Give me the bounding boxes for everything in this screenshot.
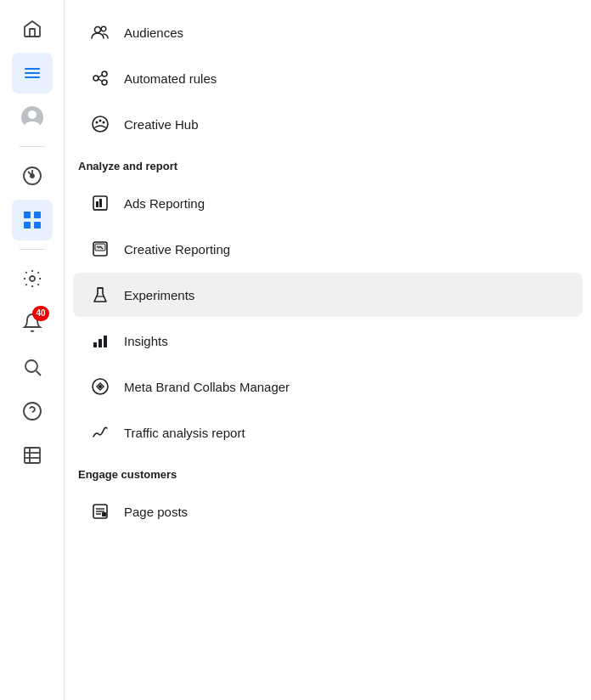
svg-rect-49	[102, 512, 106, 517]
audiences-icon	[87, 19, 114, 46]
divider-2	[20, 249, 45, 250]
creative-hub-label: Creative Hub	[124, 117, 199, 132]
experiments-label: Experiments	[124, 288, 194, 302]
svg-point-23	[102, 71, 107, 76]
icon-bar: 40	[0, 0, 65, 700]
svg-point-20	[95, 27, 101, 33]
traffic-analysis-icon	[87, 419, 114, 446]
svg-point-7	[31, 174, 34, 178]
svg-rect-32	[96, 201, 98, 207]
menu-icon-button[interactable]	[12, 53, 53, 93]
svg-rect-9	[34, 212, 41, 218]
svg-point-15	[24, 403, 41, 420]
ads-reporting-label: Ads Reporting	[124, 196, 205, 211]
svg-line-14	[36, 371, 41, 376]
svg-point-37	[97, 246, 98, 248]
svg-point-21	[101, 26, 106, 31]
meta-brand-label: Meta Brand Collabs Manager	[124, 380, 290, 394]
svg-rect-10	[24, 222, 31, 229]
svg-point-28	[96, 121, 98, 124]
divider-1	[20, 146, 45, 147]
analyze-report-header: Analyze and report	[65, 148, 591, 179]
automated-rules-icon	[87, 65, 114, 92]
creative-reporting-label: Creative Reporting	[124, 242, 230, 257]
svg-rect-33	[99, 199, 102, 207]
menu-item-page-posts[interactable]: Page posts	[73, 489, 583, 533]
creative-hub-icon	[87, 110, 114, 138]
svg-point-12	[30, 276, 35, 281]
engage-customers-header: Engage customers	[65, 456, 591, 488]
svg-rect-8	[24, 212, 31, 218]
svg-rect-40	[93, 342, 97, 347]
audiences-label: Audiences	[124, 25, 183, 40]
settings-icon-button[interactable]	[12, 258, 53, 299]
svg-line-26	[98, 79, 102, 82]
menu-panel: Audiences Automated rules Creative Hub	[65, 0, 591, 700]
insights-icon	[87, 327, 114, 354]
page-posts-label: Page posts	[124, 505, 188, 519]
menu-item-insights[interactable]: Insights	[73, 319, 583, 363]
svg-rect-11	[34, 222, 41, 229]
menu-item-creative-reporting[interactable]: Creative Reporting	[73, 227, 583, 271]
svg-point-4	[28, 110, 37, 119]
svg-point-30	[103, 121, 105, 124]
svg-point-24	[102, 80, 107, 85]
menu-item-traffic-analysis[interactable]: Traffic analysis report	[73, 410, 583, 454]
svg-point-27	[93, 116, 108, 132]
grid-icon-button[interactable]	[12, 200, 53, 240]
menu-item-meta-brand[interactable]: Meta Brand Collabs Manager	[73, 364, 583, 409]
ads-reporting-icon	[87, 189, 114, 217]
menu-item-automated-rules[interactable]: Automated rules	[73, 56, 583, 100]
menu-item-audiences[interactable]: Audiences	[73, 10, 583, 54]
insights-label: Insights	[124, 334, 168, 348]
svg-point-44	[98, 385, 102, 388]
help-icon-button[interactable]	[12, 391, 53, 432]
svg-rect-16	[25, 448, 40, 463]
menu-item-ads-reporting[interactable]: Ads Reporting	[73, 181, 583, 225]
home-icon-button[interactable]	[12, 8, 53, 49]
search-icon-button[interactable]	[12, 347, 53, 387]
automated-rules-label: Automated rules	[124, 71, 217, 86]
notification-count-badge: 40	[32, 306, 48, 321]
dial-icon-button[interactable]	[12, 155, 53, 196]
analytics-icon-button[interactable]	[12, 435, 53, 476]
svg-rect-41	[98, 339, 102, 347]
notifications-icon-button[interactable]: 40	[12, 302, 53, 343]
page-posts-icon	[87, 498, 114, 525]
profile-icon-button[interactable]	[12, 97, 53, 138]
svg-rect-36	[95, 244, 105, 251]
experiments-icon	[87, 281, 114, 308]
traffic-analysis-label: Traffic analysis report	[124, 426, 245, 440]
svg-point-29	[99, 120, 102, 122]
svg-line-25	[98, 76, 102, 78]
meta-brand-icon	[87, 373, 114, 400]
svg-point-13	[25, 360, 37, 372]
svg-rect-42	[104, 336, 107, 347]
menu-item-creative-hub[interactable]: Creative Hub	[73, 102, 583, 146]
menu-item-experiments[interactable]: Experiments	[73, 273, 583, 317]
svg-point-22	[93, 76, 98, 81]
creative-reporting-icon	[87, 235, 114, 262]
